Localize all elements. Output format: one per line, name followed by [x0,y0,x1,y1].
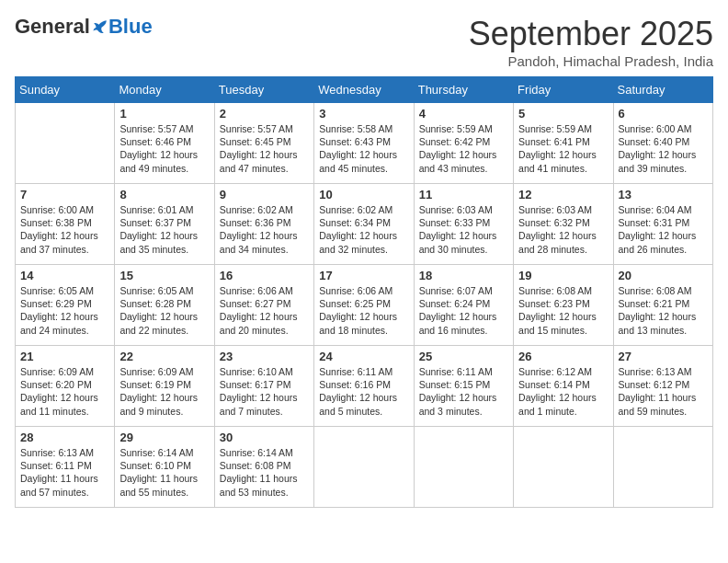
calendar-cell [414,427,513,508]
day-info: Sunrise: 5:59 AM Sunset: 6:41 PM Dayligh… [518,122,608,175]
day-number: 25 [419,350,508,363]
title-section: September 2025 Pandoh, Himachal Pradesh,… [469,15,713,69]
calendar-week-5: 28Sunrise: 6:13 AM Sunset: 6:11 PM Dayli… [16,427,713,508]
logo-general-text: General [15,15,90,39]
logo-blue-text: Blue [108,15,153,39]
calendar-cell: 15Sunrise: 6:05 AM Sunset: 6:28 PM Dayli… [115,265,214,346]
calendar-week-3: 14Sunrise: 6:05 AM Sunset: 6:29 PM Dayli… [16,265,713,346]
day-number: 1 [119,107,209,121]
day-info: Sunrise: 6:11 AM Sunset: 6:16 PM Dayligh… [319,365,408,418]
day-number: 11 [419,188,508,201]
logo-bird-icon [92,18,108,35]
calendar-cell: 13Sunrise: 6:04 AM Sunset: 6:31 PM Dayli… [613,184,712,265]
day-info: Sunrise: 6:11 AM Sunset: 6:15 PM Dayligh… [419,365,508,418]
day-number: 10 [319,188,408,201]
calendar-week-4: 21Sunrise: 6:09 AM Sunset: 6:20 PM Dayli… [16,346,713,427]
month-title: September 2025 [469,15,713,53]
calendar-cell: 9Sunrise: 6:02 AM Sunset: 6:36 PM Daylig… [214,184,313,265]
day-info: Sunrise: 6:01 AM Sunset: 6:37 PM Dayligh… [119,203,209,256]
day-number: 6 [619,107,708,121]
day-info: Sunrise: 6:06 AM Sunset: 6:25 PM Dayligh… [319,284,408,337]
calendar-cell: 24Sunrise: 6:11 AM Sunset: 6:16 PM Dayli… [314,346,414,427]
calendar-cell: 20Sunrise: 6:08 AM Sunset: 6:21 PM Dayli… [613,265,712,346]
day-number: 12 [518,188,608,201]
day-info: Sunrise: 5:58 AM Sunset: 6:43 PM Dayligh… [319,122,408,175]
calendar-cell: 29Sunrise: 6:14 AM Sunset: 6:10 PM Dayli… [115,427,214,508]
calendar-cell [514,427,613,508]
day-number: 7 [20,188,109,201]
day-info: Sunrise: 6:09 AM Sunset: 6:19 PM Dayligh… [119,365,209,418]
calendar-cell: 7Sunrise: 6:00 AM Sunset: 6:38 PM Daylig… [16,184,115,265]
day-number: 19 [518,269,608,282]
logo: General Blue [15,15,153,39]
day-info: Sunrise: 6:09 AM Sunset: 6:20 PM Dayligh… [20,365,109,418]
location-subtitle: Pandoh, Himachal Pradesh, India [469,53,713,69]
day-info: Sunrise: 6:14 AM Sunset: 6:08 PM Dayligh… [220,446,309,499]
calendar-cell: 27Sunrise: 6:13 AM Sunset: 6:12 PM Dayli… [613,346,712,427]
day-info: Sunrise: 5:59 AM Sunset: 6:42 PM Dayligh… [419,122,508,175]
calendar-cell: 2Sunrise: 5:57 AM Sunset: 6:45 PM Daylig… [214,103,313,184]
day-info: Sunrise: 6:08 AM Sunset: 6:23 PM Dayligh… [518,284,608,337]
day-info: Sunrise: 5:57 AM Sunset: 6:45 PM Dayligh… [220,122,309,175]
weekday-header-thursday: Thursday [414,77,513,103]
calendar-cell [314,427,414,508]
day-info: Sunrise: 5:57 AM Sunset: 6:46 PM Dayligh… [119,122,209,175]
day-number: 23 [220,350,309,363]
day-number: 26 [518,350,608,363]
day-info: Sunrise: 6:03 AM Sunset: 6:32 PM Dayligh… [518,203,608,256]
weekday-header-wednesday: Wednesday [314,77,414,103]
day-info: Sunrise: 6:10 AM Sunset: 6:17 PM Dayligh… [220,365,309,418]
calendar-week-1: 1Sunrise: 5:57 AM Sunset: 6:46 PM Daylig… [16,103,713,184]
day-number: 13 [619,188,708,201]
day-number: 5 [518,107,608,121]
calendar-cell: 21Sunrise: 6:09 AM Sunset: 6:20 PM Dayli… [16,346,115,427]
day-info: Sunrise: 6:13 AM Sunset: 6:12 PM Dayligh… [619,365,708,418]
day-number: 4 [419,107,508,121]
calendar-body: 1Sunrise: 5:57 AM Sunset: 6:46 PM Daylig… [16,103,713,508]
calendar-cell: 4Sunrise: 5:59 AM Sunset: 6:42 PM Daylig… [414,103,513,184]
day-number: 30 [220,431,309,444]
day-info: Sunrise: 6:02 AM Sunset: 6:36 PM Dayligh… [220,203,309,256]
calendar-cell: 1Sunrise: 5:57 AM Sunset: 6:46 PM Daylig… [115,103,214,184]
day-info: Sunrise: 6:12 AM Sunset: 6:14 PM Dayligh… [518,365,608,418]
day-info: Sunrise: 6:06 AM Sunset: 6:27 PM Dayligh… [220,284,309,337]
day-number: 15 [119,269,209,282]
calendar-cell: 22Sunrise: 6:09 AM Sunset: 6:19 PM Dayli… [115,346,214,427]
calendar-cell: 18Sunrise: 6:07 AM Sunset: 6:24 PM Dayli… [414,265,513,346]
weekday-header-tuesday: Tuesday [214,77,313,103]
day-info: Sunrise: 6:00 AM Sunset: 6:40 PM Dayligh… [619,122,708,175]
day-number: 22 [119,350,209,363]
day-number: 21 [20,350,109,363]
calendar-cell: 17Sunrise: 6:06 AM Sunset: 6:25 PM Dayli… [314,265,414,346]
calendar-cell: 12Sunrise: 6:03 AM Sunset: 6:32 PM Dayli… [514,184,613,265]
weekday-header-saturday: Saturday [613,77,712,103]
day-info: Sunrise: 6:04 AM Sunset: 6:31 PM Dayligh… [619,203,708,256]
calendar-cell: 28Sunrise: 6:13 AM Sunset: 6:11 PM Dayli… [16,427,115,508]
day-info: Sunrise: 6:03 AM Sunset: 6:33 PM Dayligh… [419,203,508,256]
calendar-cell: 3Sunrise: 5:58 AM Sunset: 6:43 PM Daylig… [314,103,414,184]
day-number: 8 [119,188,209,201]
calendar-cell: 23Sunrise: 6:10 AM Sunset: 6:17 PM Dayli… [214,346,313,427]
calendar-week-2: 7Sunrise: 6:00 AM Sunset: 6:38 PM Daylig… [16,184,713,265]
calendar-cell [16,103,115,184]
day-number: 24 [319,350,408,363]
page-header: General Blue September 2025 Pandoh, Hima… [15,15,713,69]
day-number: 29 [119,431,209,444]
calendar-cell: 14Sunrise: 6:05 AM Sunset: 6:29 PM Dayli… [16,265,115,346]
calendar-table: SundayMondayTuesdayWednesdayThursdayFrid… [15,76,713,508]
weekday-header-sunday: Sunday [16,77,115,103]
calendar-cell: 11Sunrise: 6:03 AM Sunset: 6:33 PM Dayli… [414,184,513,265]
day-info: Sunrise: 6:05 AM Sunset: 6:28 PM Dayligh… [119,284,209,337]
day-number: 14 [20,269,109,282]
day-number: 28 [20,431,109,444]
day-info: Sunrise: 6:13 AM Sunset: 6:11 PM Dayligh… [20,446,109,499]
calendar-cell: 8Sunrise: 6:01 AM Sunset: 6:37 PM Daylig… [115,184,214,265]
day-info: Sunrise: 6:07 AM Sunset: 6:24 PM Dayligh… [419,284,508,337]
day-number: 27 [619,350,708,363]
calendar-cell: 25Sunrise: 6:11 AM Sunset: 6:15 PM Dayli… [414,346,513,427]
weekday-header-friday: Friday [514,77,613,103]
calendar-header-row: SundayMondayTuesdayWednesdayThursdayFrid… [16,77,713,103]
day-info: Sunrise: 6:00 AM Sunset: 6:38 PM Dayligh… [20,203,109,256]
day-number: 9 [220,188,309,201]
day-info: Sunrise: 6:02 AM Sunset: 6:34 PM Dayligh… [319,203,408,256]
